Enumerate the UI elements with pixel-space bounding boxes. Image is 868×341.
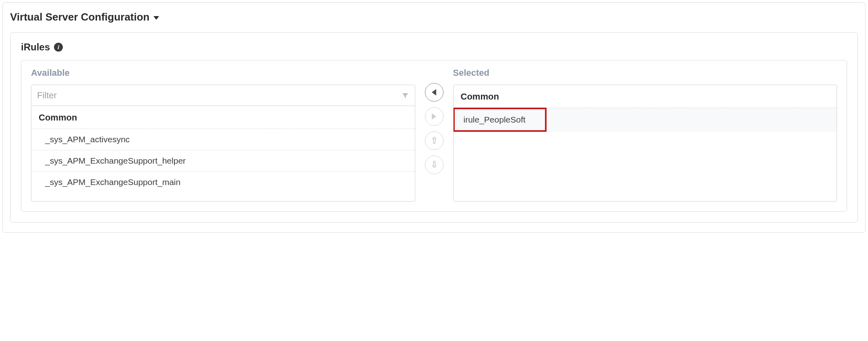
move-right-button[interactable] bbox=[425, 107, 443, 126]
selected-item-row: irule_PeopleSoft bbox=[454, 108, 837, 132]
arrow-up-icon: ⇧ bbox=[431, 136, 438, 145]
section-body: iRules i Available Common _sys_APM_activ… bbox=[10, 32, 858, 222]
available-item[interactable]: _sys_APM_ExchangeSupport_helper bbox=[31, 150, 415, 171]
selected-listbox: Common irule_PeopleSoft bbox=[453, 85, 837, 202]
available-column: Available Common _sys_APM_activesync _sy… bbox=[31, 68, 415, 202]
selected-column: Selected Common irule_PeopleSoft bbox=[453, 68, 837, 202]
move-left-button[interactable] bbox=[425, 83, 443, 102]
filter-input[interactable] bbox=[37, 90, 401, 101]
filter-row bbox=[31, 85, 415, 106]
section-title: Virtual Server Configuration bbox=[10, 11, 149, 23]
available-item[interactable]: _sys_APM_activesync bbox=[31, 129, 415, 150]
selected-item[interactable]: irule_PeopleSoft bbox=[453, 108, 547, 132]
available-label: Available bbox=[31, 68, 415, 78]
available-item[interactable]: _sys_APM_ExchangeSupport_main bbox=[31, 171, 415, 193]
available-group-header: Common bbox=[31, 106, 415, 129]
virtual-server-config-panel: Virtual Server Configuration iRules i Av… bbox=[2, 2, 866, 233]
selected-label: Selected bbox=[453, 68, 837, 78]
caret-down-icon bbox=[153, 16, 159, 20]
available-listbox: Common _sys_APM_activesync _sys_APM_Exch… bbox=[31, 85, 415, 202]
irules-title: iRules bbox=[21, 42, 50, 53]
move-down-button[interactable]: ⇩ bbox=[425, 156, 443, 174]
transfer-controls: ⇧ ⇩ bbox=[425, 68, 443, 174]
triangle-left-icon bbox=[432, 89, 436, 96]
info-icon[interactable]: i bbox=[54, 43, 63, 52]
dual-list-panel: Available Common _sys_APM_activesync _sy… bbox=[21, 60, 847, 212]
section-header[interactable]: Virtual Server Configuration bbox=[10, 11, 858, 23]
irules-header: iRules i bbox=[21, 42, 847, 53]
arrow-down-icon: ⇩ bbox=[431, 160, 438, 169]
move-up-button[interactable]: ⇧ bbox=[425, 131, 443, 150]
filter-icon[interactable] bbox=[401, 91, 409, 100]
selected-group-header: Common bbox=[454, 85, 837, 108]
triangle-right-icon bbox=[432, 113, 436, 120]
